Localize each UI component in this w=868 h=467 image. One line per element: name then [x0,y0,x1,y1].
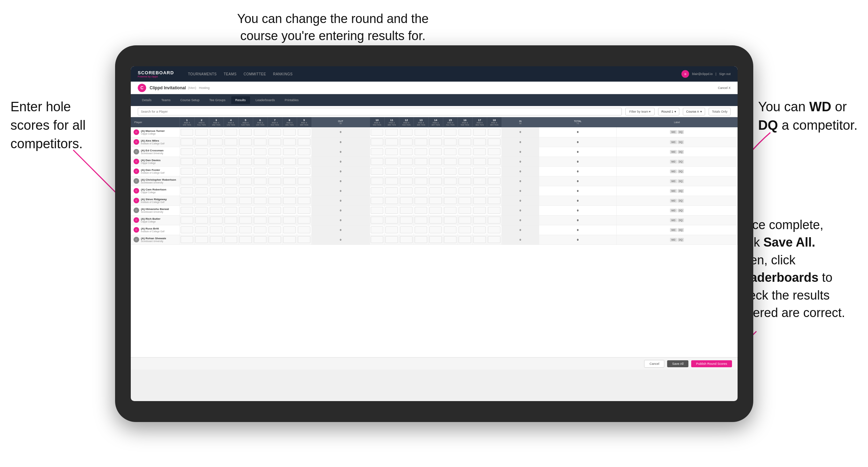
score-input-hole-3[interactable] [210,236,222,243]
score-input-hole-6[interactable] [254,217,266,224]
score-input-hole-14[interactable] [429,207,442,214]
dq-button[interactable]: DQ [678,218,684,222]
score-input-hole-11[interactable] [385,129,398,136]
score-input-hole-12[interactable] [400,138,413,145]
score-input-hole-3[interactable] [210,138,222,145]
score-input-hole-12[interactable] [400,187,413,194]
score-input-hole-2[interactable] [195,178,208,184]
score-input-hole-7[interactable] [269,217,281,224]
score-input-hole-18[interactable] [488,217,500,224]
score-input-hole-11[interactable] [385,138,398,145]
score-input-hole-10[interactable] [371,129,383,136]
score-input-hole-18[interactable] [488,158,500,165]
score-input-hole-13[interactable] [415,187,427,194]
score-input-hole-18[interactable] [488,168,500,175]
dq-button[interactable]: DQ [678,228,684,232]
score-input-hole-7[interactable] [269,197,281,204]
score-input-hole-4[interactable] [225,148,237,155]
dq-button[interactable]: DQ [678,199,684,203]
score-input-hole-4[interactable] [225,197,237,204]
score-input-hole-11[interactable] [385,178,398,184]
score-input-hole-6[interactable] [254,236,266,243]
score-input-hole-2[interactable] [195,187,208,194]
score-input-hole-11[interactable] [385,207,398,214]
score-input-hole-8[interactable] [283,217,296,224]
score-input-hole-4[interactable] [225,217,237,224]
score-input-hole-2[interactable] [195,148,208,155]
score-input-hole-5[interactable] [239,148,252,155]
score-input-hole-15[interactable] [444,138,456,145]
score-input-hole-5[interactable] [239,138,252,145]
tab-printables[interactable]: Printables [280,96,303,104]
score-input-hole-18[interactable] [488,148,500,155]
score-input-hole-1[interactable] [181,158,193,165]
score-input-hole-14[interactable] [429,148,442,155]
score-input-hole-15[interactable] [444,178,456,184]
score-input-hole-7[interactable] [269,207,281,214]
score-input-hole-9[interactable] [298,138,310,145]
score-input-hole-14[interactable] [429,168,442,175]
score-input-hole-14[interactable] [429,187,442,194]
score-input-hole-17[interactable] [473,197,486,204]
score-input-hole-12[interactable] [400,148,413,155]
score-input-hole-1[interactable] [181,129,193,136]
score-input-hole-10[interactable] [371,217,383,224]
score-input-hole-14[interactable] [429,226,442,233]
course-selector[interactable]: Course A ▾ [683,108,705,115]
score-input-hole-6[interactable] [254,129,266,136]
score-input-hole-17[interactable] [473,148,486,155]
score-input-hole-8[interactable] [283,129,296,136]
score-input-hole-3[interactable] [210,168,222,175]
score-input-hole-13[interactable] [415,207,427,214]
score-input-hole-2[interactable] [195,226,208,233]
score-input-hole-16[interactable] [459,178,471,184]
score-input-hole-3[interactable] [210,178,222,184]
wd-button[interactable]: WD [670,218,677,222]
score-input-hole-5[interactable] [239,197,252,204]
score-input-hole-10[interactable] [371,178,383,184]
score-input-hole-4[interactable] [225,226,237,233]
score-input-hole-16[interactable] [459,168,471,175]
cancel-button[interactable]: Cancel X [718,86,731,90]
nav-teams[interactable]: TEAMS [224,72,236,76]
dq-button[interactable]: DQ [678,170,684,173]
score-input-hole-18[interactable] [488,207,500,214]
score-input-hole-11[interactable] [385,217,398,224]
score-input-hole-10[interactable] [371,207,383,214]
score-input-hole-15[interactable] [444,226,456,233]
score-input-hole-1[interactable] [181,178,193,184]
dq-button[interactable]: DQ [678,160,684,164]
score-input-hole-1[interactable] [181,236,193,243]
score-input-hole-1[interactable] [181,168,193,175]
score-input-hole-3[interactable] [210,187,222,194]
score-input-hole-11[interactable] [385,168,398,175]
score-input-hole-8[interactable] [283,197,296,204]
publish-button[interactable]: Publish Round Scores [691,360,732,367]
score-input-hole-4[interactable] [225,178,237,184]
score-input-hole-10[interactable] [371,158,383,165]
score-input-hole-6[interactable] [254,207,266,214]
score-input-hole-6[interactable] [254,197,266,204]
score-input-hole-18[interactable] [488,226,500,233]
score-input-hole-4[interactable] [225,236,237,243]
score-input-hole-1[interactable] [181,197,193,204]
score-input-hole-4[interactable] [225,158,237,165]
score-input-hole-14[interactable] [429,138,442,145]
score-input-hole-9[interactable] [298,178,310,184]
score-input-hole-6[interactable] [254,158,266,165]
score-input-hole-3[interactable] [210,226,222,233]
score-input-hole-3[interactable] [210,148,222,155]
nav-tournaments[interactable]: TOURNAMENTS [188,72,217,76]
score-input-hole-6[interactable] [254,187,266,194]
score-input-hole-4[interactable] [225,168,237,175]
score-input-hole-8[interactable] [283,178,296,184]
score-input-hole-9[interactable] [298,197,310,204]
score-input-hole-16[interactable] [459,226,471,233]
score-input-hole-10[interactable] [371,187,383,194]
score-input-hole-17[interactable] [473,158,486,165]
score-input-hole-5[interactable] [239,129,252,136]
score-input-hole-9[interactable] [298,236,310,243]
score-input-hole-13[interactable] [415,148,427,155]
filter-team-button[interactable]: Filter by team ▾ [625,108,655,115]
score-input-hole-14[interactable] [429,197,442,204]
